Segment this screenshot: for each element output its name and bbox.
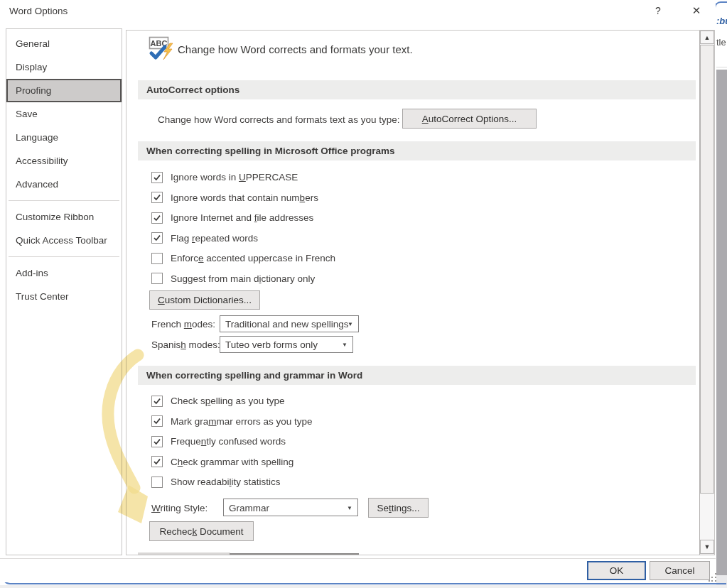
- sidebar-item-customize-ribbon[interactable]: Customize Ribbon: [6, 205, 122, 229]
- divider: [716, 67, 727, 67]
- autocorrect-options-button[interactable]: AutoCorrect Options...: [402, 109, 537, 129]
- abc-spellcheck-icon: ABC: [149, 36, 174, 63]
- checkbox-row: Show readability statistics: [151, 476, 313, 488]
- sidebar-item-save[interactable]: Save: [6, 102, 122, 126]
- spanish-modes-select[interactable]: Tuteo verb forms only ▼: [220, 336, 353, 353]
- divider: [9, 256, 119, 257]
- checkbox-label[interactable]: Ignore words in UPPERCASE: [171, 172, 298, 183]
- checkbox[interactable]: [151, 415, 163, 427]
- checkbox[interactable]: [151, 212, 163, 224]
- sidebar-item-advanced[interactable]: Advanced: [6, 173, 122, 196]
- checkbox-row: Check spelling as you type: [151, 395, 313, 407]
- french-modes-value: Traditional and new spellings: [225, 319, 349, 330]
- checkbox-label[interactable]: Frequently confused words: [171, 436, 286, 447]
- cancel-button[interactable]: Cancel: [650, 561, 710, 580]
- background-style-text-fragment: :bu: [716, 16, 727, 26]
- background-word-window: :bu tle: [716, 0, 727, 588]
- checkbox-row: Ignore Internet and file addresses: [151, 212, 335, 224]
- french-modes-select[interactable]: Traditional and new spellings ▼: [220, 315, 359, 332]
- proofing-settings-panel: ABC Change how Word corrects and formats…: [126, 30, 715, 555]
- custom-dictionaries-button[interactable]: Custom Dictionaries...: [149, 290, 260, 310]
- scrollbar-thumb[interactable]: [700, 45, 714, 494]
- spanish-modes-label: Spanish modes:: [151, 339, 220, 350]
- autocorrect-row-label: Change how Word corrects and formats tex…: [158, 114, 399, 125]
- dropdown-arrow-icon: ▼: [347, 504, 352, 511]
- checkbox-row: Mark grammar errors as you type: [151, 415, 313, 428]
- checkmark-icon: [153, 457, 161, 466]
- checkbox-row: Enforce accented uppercase in French: [151, 252, 335, 264]
- sidebar-item-add-ins[interactable]: Add-ins: [6, 261, 122, 285]
- sidebar-item-quick-access-toolbar[interactable]: Quick Access Toolbar: [6, 229, 122, 252]
- close-icon[interactable]: ✕: [681, 0, 712, 21]
- desktop-background: [0, 585, 727, 588]
- checkbox[interactable]: [151, 477, 163, 488]
- checkbox-row: Ignore words in UPPERCASE: [151, 171, 335, 183]
- options-category-list: GeneralDisplayProofingSaveLanguageAccess…: [6, 28, 122, 555]
- page-description: Change how Word corrects and formats you…: [178, 43, 413, 55]
- sidebar-item-accessibility[interactable]: Accessibility: [6, 149, 122, 173]
- ok-button[interactable]: OK: [587, 561, 646, 580]
- sidebar-item-proofing[interactable]: Proofing: [6, 79, 122, 102]
- dropdown-arrow-icon: ▼: [342, 342, 348, 348]
- divider: [0, 558, 716, 559]
- checkbox[interactable]: [151, 456, 163, 467]
- settings-button[interactable]: Settings...: [368, 498, 429, 518]
- spelling-word-checkbox-group: Check spelling as you typeMark grammar e…: [151, 395, 313, 488]
- spelling-office-checkbox-group: Ignore words in UPPERCASEIgnore words th…: [151, 171, 335, 285]
- spanish-modes-value: Tuteo verb forms only: [225, 339, 318, 350]
- checkmark-icon: [153, 437, 161, 446]
- checkbox-row: Check grammar with spelling: [151, 456, 313, 468]
- checkbox-label[interactable]: Ignore Internet and file addresses: [171, 212, 313, 223]
- checkbox[interactable]: [151, 253, 163, 264]
- sidebar-item-general[interactable]: General: [6, 32, 122, 55]
- checkbox-label[interactable]: Enforce accented uppercase in French: [171, 253, 335, 263]
- writing-style-label: Writing Style:: [151, 503, 208, 513]
- checkbox-label[interactable]: Ignore words that contain numbers: [171, 192, 318, 203]
- section-header-spelling-word: When correcting spelling and grammar in …: [138, 366, 696, 385]
- dialog-title: Word Options: [9, 6, 68, 16]
- writing-style-select[interactable]: Grammar ▼: [223, 499, 358, 516]
- checkbox[interactable]: [151, 232, 163, 244]
- dialog-titlebar: Word Options ? ✕: [0, 0, 716, 26]
- checkbox-row: Flag repeated words: [151, 232, 335, 244]
- checkbox-label[interactable]: Check grammar with spelling: [171, 457, 294, 467]
- checkbox[interactable]: [151, 396, 163, 407]
- sidebar-item-trust-center[interactable]: Trust Center: [6, 285, 122, 308]
- checkbox[interactable]: [151, 436, 163, 447]
- resize-grip[interactable]: [709, 573, 717, 582]
- checkmark-icon: [153, 214, 161, 222]
- checkbox-label[interactable]: Mark grammar errors as you type: [171, 416, 313, 427]
- writing-style-value: Grammar: [229, 502, 269, 513]
- scroll-up-icon[interactable]: ▲: [700, 31, 714, 44]
- background-style-text-fragment: tle: [716, 37, 726, 48]
- section-header-spelling-office: When correcting spelling in Microsoft Of…: [138, 141, 696, 160]
- checkmark-icon: [153, 397, 161, 405]
- checkbox-label[interactable]: Show readability statistics: [171, 477, 281, 487]
- checkbox[interactable]: [151, 273, 163, 284]
- scroll-down-icon[interactable]: ▼: [700, 540, 714, 554]
- recheck-document-button[interactable]: Recheck Document: [149, 521, 254, 541]
- section-header-autocorrect: AutoCorrect options: [138, 80, 696, 99]
- checkmark-icon: [153, 193, 161, 202]
- checkmark-icon: [153, 173, 161, 182]
- checkbox[interactable]: [151, 192, 163, 203]
- checkbox-label[interactable]: Flag repeated words: [171, 233, 258, 244]
- checkbox[interactable]: [151, 172, 163, 183]
- sidebar-item-display[interactable]: Display: [6, 55, 122, 79]
- dropdown-arrow-icon: ▼: [348, 321, 353, 327]
- french-modes-label: French modes:: [151, 319, 215, 330]
- checkbox-label[interactable]: Suggest from main dictionary only: [171, 273, 315, 284]
- checkbox-row: Suggest from main dictionary only: [151, 273, 335, 285]
- vertical-scrollbar[interactable]: ▲ ▼: [699, 31, 714, 555]
- help-icon[interactable]: ?: [642, 0, 674, 21]
- checkmark-icon: [153, 417, 161, 425]
- checkbox-row: Frequently confused words: [151, 435, 313, 447]
- cut-off-combobox-fragment: [230, 553, 359, 555]
- divider: [9, 200, 119, 201]
- sidebar-item-language[interactable]: Language: [6, 126, 122, 149]
- checkmark-icon: [153, 234, 161, 242]
- word-options-dialog: Word Options ? ✕ GeneralDisplayProofingS…: [0, 0, 716, 582]
- background-document-area: [716, 70, 727, 575]
- checkbox-row: Ignore words that contain numbers: [151, 192, 335, 204]
- checkbox-label[interactable]: Check spelling as you type: [171, 396, 285, 406]
